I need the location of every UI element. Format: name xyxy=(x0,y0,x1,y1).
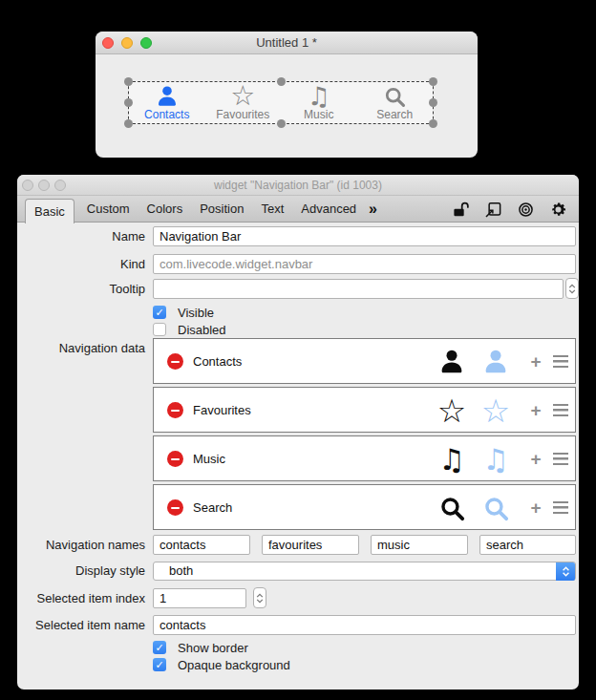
reorder-handle-icon[interactable] xyxy=(553,355,568,368)
target-icon[interactable] xyxy=(517,201,535,219)
resize-handle[interactable] xyxy=(124,98,133,107)
person-icon[interactable] xyxy=(435,339,469,385)
remove-row-icon[interactable] xyxy=(167,353,183,370)
navbar-item-music[interactable]: ♫ Music xyxy=(281,82,357,123)
star-icon[interactable]: ☆ xyxy=(435,388,469,434)
show-border-checkbox[interactable] xyxy=(153,641,166,654)
resize-handle[interactable] xyxy=(277,77,286,86)
resize-handle[interactable] xyxy=(124,119,133,128)
navigation-names-label: Navigation names xyxy=(17,535,145,555)
navbar-item-search[interactable]: Search xyxy=(357,82,434,123)
stack-titlebar[interactable]: Untitled 1 * xyxy=(96,32,478,54)
nav-data-row: Search + xyxy=(153,484,576,530)
tab-text[interactable]: Text xyxy=(252,196,292,223)
navbar-item-contacts[interactable]: Contacts xyxy=(129,82,205,123)
add-icon[interactable]: + xyxy=(526,449,545,470)
kind-label: Kind xyxy=(17,254,145,274)
property-inspector-window: widget "Navigation Bar" (id 1003) Basic … xyxy=(17,175,579,689)
name-label: Name xyxy=(17,226,145,246)
tab-overflow-chevrons[interactable]: » xyxy=(365,201,381,218)
star-icon: ☆ xyxy=(230,82,255,109)
navbar-widget[interactable]: Contacts ☆ Favourites ♫ Music Search xyxy=(128,81,434,124)
music-note-icon-highlight[interactable]: ♫ xyxy=(479,436,513,482)
resize-handle[interactable] xyxy=(429,119,437,128)
add-icon[interactable]: + xyxy=(526,400,545,421)
nav-data-row: Music ♫ ♫ + xyxy=(153,435,576,481)
nav-name-field-2[interactable] xyxy=(262,535,359,555)
tab-basic[interactable]: Basic xyxy=(25,199,74,223)
visible-label: Visible xyxy=(178,306,214,320)
add-icon[interactable]: + xyxy=(526,351,545,372)
kind-field[interactable] xyxy=(153,254,576,274)
tooltip-field[interactable] xyxy=(153,279,564,299)
show-border-label: Show border xyxy=(178,641,248,655)
nav-data-row: Contacts + xyxy=(153,338,576,384)
display-style-popup[interactable]: both xyxy=(153,562,576,581)
reorder-handle-icon[interactable] xyxy=(553,404,568,416)
unlock-icon[interactable] xyxy=(452,201,470,219)
search-icon[interactable] xyxy=(435,485,469,531)
navbar-item-label: Music xyxy=(304,109,333,121)
navbar-item-favourites[interactable]: ☆ Favourites xyxy=(205,82,282,123)
music-note-icon[interactable]: ♫ xyxy=(435,436,469,482)
row-label: Search xyxy=(193,500,232,515)
script-arrow-icon[interactable] xyxy=(484,201,502,219)
resize-handle[interactable] xyxy=(429,98,437,107)
name-field[interactable] xyxy=(153,226,576,246)
disabled-checkbox[interactable] xyxy=(153,323,166,336)
display-style-value: both xyxy=(169,563,193,578)
inspector-tabbar: Basic Custom Colors Position Text Advanc… xyxy=(17,196,579,223)
opaque-background-label: Opaque background xyxy=(178,658,290,672)
nav-name-field-4[interactable] xyxy=(479,535,576,555)
row-label: Favourites xyxy=(193,403,251,417)
navigation-data-label: Navigation data xyxy=(17,338,145,358)
reorder-handle-icon[interactable] xyxy=(553,501,568,514)
stack-window: Untitled 1 * Contacts ☆ Favourites ♫ Mus… xyxy=(96,32,478,158)
display-style-label: Display style xyxy=(17,562,145,581)
stack-window-title: Untitled 1 * xyxy=(96,35,478,50)
tab-position[interactable]: Position xyxy=(191,196,252,223)
remove-row-icon[interactable] xyxy=(167,451,183,467)
navbar-item-label: Favourites xyxy=(216,109,269,121)
tab-advanced[interactable]: Advanced xyxy=(292,196,365,223)
remove-row-icon[interactable] xyxy=(167,402,183,418)
disabled-label: Disabled xyxy=(178,323,226,337)
selected-item-index-label: Selected item index xyxy=(17,588,145,608)
resize-handle[interactable] xyxy=(429,77,437,86)
search-icon-highlight[interactable] xyxy=(479,485,513,531)
row-label: Contacts xyxy=(193,354,242,369)
tooltip-stepper[interactable] xyxy=(565,278,579,299)
inspector-titlebar[interactable]: widget "Navigation Bar" (id 1003) xyxy=(17,175,579,196)
tab-custom[interactable]: Custom xyxy=(78,196,138,223)
star-icon-highlight[interactable]: ☆ xyxy=(479,388,513,434)
tab-colors[interactable]: Colors xyxy=(138,196,192,223)
music-note-icon: ♫ xyxy=(308,82,330,109)
visible-checkbox[interactable] xyxy=(153,306,166,319)
nav-name-field-1[interactable] xyxy=(153,535,250,555)
selected-item-name-label: Selected item name xyxy=(17,615,145,635)
tooltip-label: Tooltip xyxy=(17,279,145,299)
nav-name-field-3[interactable] xyxy=(371,535,468,555)
person-icon xyxy=(155,82,180,109)
gear-icon[interactable] xyxy=(549,201,567,219)
person-icon-highlight[interactable] xyxy=(479,339,513,385)
row-label: Music xyxy=(193,452,225,466)
navbar-item-label: Contacts xyxy=(144,109,189,121)
inspector-window-title: widget "Navigation Bar" (id 1003) xyxy=(17,179,579,192)
selected-item-name-field[interactable] xyxy=(153,615,576,635)
reorder-handle-icon[interactable] xyxy=(553,453,568,465)
navbar-item-label: Search xyxy=(376,109,413,121)
resize-handle[interactable] xyxy=(124,77,133,86)
remove-row-icon[interactable] xyxy=(167,499,183,516)
index-stepper[interactable] xyxy=(253,587,266,608)
resize-handle[interactable] xyxy=(277,119,286,128)
nav-data-row: Favourites ☆ ☆ + xyxy=(153,387,576,433)
search-icon xyxy=(383,82,407,109)
selected-item-index-field[interactable] xyxy=(153,588,246,608)
add-icon[interactable]: + xyxy=(526,498,545,519)
popup-chevrons-icon xyxy=(556,562,575,581)
opaque-background-checkbox[interactable] xyxy=(153,658,166,671)
